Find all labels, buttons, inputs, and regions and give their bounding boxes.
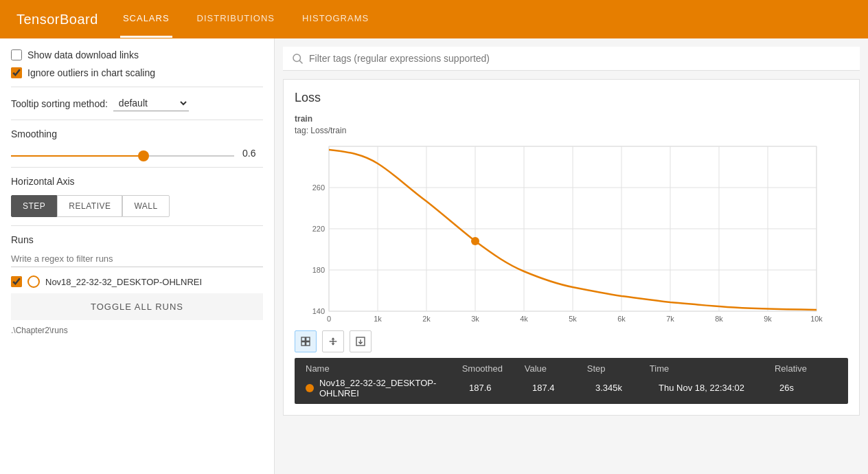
loss-chart-card: Loss train tag: Loss/train [283,79,860,416]
svg-point-0 [293,54,301,62]
download-button[interactable] [350,330,372,352]
zoom-button[interactable] [295,330,317,352]
svg-text:10k: 10k [810,315,823,323]
divider-1 [11,87,263,87]
smoothing-slider[interactable] [11,155,234,157]
tooltip-header: Name Smoothed Value Step Time Relative [306,363,837,374]
runs-path: .\Chapter2\runs [11,326,263,335]
pan-button[interactable] [322,330,344,352]
tooltip-col-time: Time [650,363,775,374]
svg-text:1k: 1k [374,315,382,323]
pan-icon [328,336,339,347]
toggle-all-runs-button[interactable]: TOGGLE ALL RUNS [11,293,263,320]
svg-text:4k: 4k [520,315,528,323]
run-item: Nov18_22-32-32_DESKTOP-OHLNREI [11,275,263,288]
tooltip-col-name: Name [306,363,462,374]
divider-4 [11,225,263,226]
search-icon [291,52,304,65]
svg-rect-36 [301,341,305,345]
runs-title: Runs [11,234,263,245]
smoothing-slider-container [11,148,234,159]
svg-text:220: 220 [312,225,325,233]
nav-histograms[interactable]: HISTOGRAMS [299,1,372,38]
tooltip-sorting-label: Tooltip sorting method: [11,98,108,109]
svg-line-1 [299,60,302,63]
svg-text:9k: 9k [764,315,772,323]
zoom-icon [300,336,311,347]
tooltip-col-relative: Relative [775,363,837,374]
tooltip-col-value: Value [525,363,587,374]
tooltip-sorting-row: Tooltip sorting method: default ascendin… [11,95,263,111]
main-content: Loss train tag: Loss/train [275,38,868,474]
svg-rect-34 [301,337,305,341]
divider-3 [11,167,263,168]
tooltip-value: 187.4 [532,383,590,393]
show-data-links-label: Show data download links [27,49,139,60]
svg-text:7k: 7k [666,315,674,323]
tooltip-sorting-select[interactable]: default ascending descending nearest [113,95,189,111]
header: TensorBoard SCALARS DISTRIBUTIONS HISTOG… [0,0,868,38]
svg-text:2k: 2k [422,315,431,323]
svg-text:140: 140 [312,307,325,315]
divider-2 [11,120,263,120]
loss-chart-svg[interactable]: 260 220 180 140 0 1k 2k 3k 4k 5k 6k 7k 8… [295,139,830,325]
axis-wall-button[interactable]: WALL [122,195,169,217]
svg-text:180: 180 [312,266,325,274]
filter-tags-input[interactable] [309,53,852,64]
nav-distributions[interactable]: DISTRIBUTIONS [194,1,277,38]
sidebar: Show data download links Ignore outliers… [0,38,275,474]
axis-relative-button[interactable]: RELATIVE [57,195,122,217]
tooltip-panel: Name Smoothed Value Step Time Relative N… [295,358,848,404]
tooltip-relative: 26s [779,383,837,393]
chart-toolbar [295,330,848,352]
smoothing-value: 0.6 [242,148,263,159]
download-icon [355,336,366,347]
tooltip-data-row: Nov18_22-32-32_DESKTOP-OHLNREI 187.6 187… [306,378,837,398]
tooltip-run-name: Nov18_22-32-32_DESKTOP-OHLNREI [319,378,464,398]
ignore-outliers-checkbox[interactable] [11,67,22,78]
chart-title: Loss [295,91,848,105]
series-name: train [295,114,312,124]
axis-buttons: STEP RELATIVE WALL [11,195,263,217]
svg-text:6k: 6k [617,315,626,323]
tooltip-step: 3.345k [595,383,653,393]
show-data-links-row: Show data download links [11,49,263,60]
tooltip-col-step: Step [587,363,650,374]
horizontal-axis-section: Horizontal Axis STEP RELATIVE WALL [11,176,263,217]
svg-rect-37 [306,341,310,345]
smoothing-label: Smoothing [11,128,263,139]
smoothing-row: 0.6 [11,148,263,159]
axis-step-button[interactable]: STEP [11,195,57,217]
show-data-links-checkbox[interactable] [11,49,22,60]
svg-rect-35 [306,337,310,341]
brand-logo: TensorBoard [16,12,98,27]
svg-text:0: 0 [327,315,331,323]
tooltip-time: Thu Nov 18, 22:34:02 [659,383,774,393]
ignore-outliers-label: Ignore outliers in chart scaling [27,67,155,78]
series-tag: tag: Loss/train [295,126,346,135]
filter-bar [283,47,860,71]
runs-section: Runs Nov18_22-32-32_DESKTOP-OHLNREI TOGG… [11,234,263,335]
nav-scalars[interactable]: SCALARS [120,1,172,38]
run-name: Nov18_22-32-32_DESKTOP-OHLNREI [45,277,202,287]
tooltip-smoothed: 187.6 [469,383,527,393]
svg-text:8k: 8k [715,315,723,323]
horizontal-axis-label: Horizontal Axis [11,176,263,187]
chart-series-label: train tag: Loss/train [295,113,848,137]
svg-text:260: 260 [312,183,325,192]
ignore-outliers-row: Ignore outliers in chart scaling [11,67,263,78]
runs-filter-input[interactable] [11,251,263,267]
svg-text:5k: 5k [569,315,577,323]
chart-area: train tag: Loss/train [295,113,848,404]
tooltip-run-dot [306,384,314,392]
run-circle-icon [27,275,40,288]
svg-text:3k: 3k [471,315,479,323]
data-point [471,237,479,245]
tooltip-col-smoothed: Smoothed [462,363,525,374]
run-checkbox[interactable] [11,276,22,287]
